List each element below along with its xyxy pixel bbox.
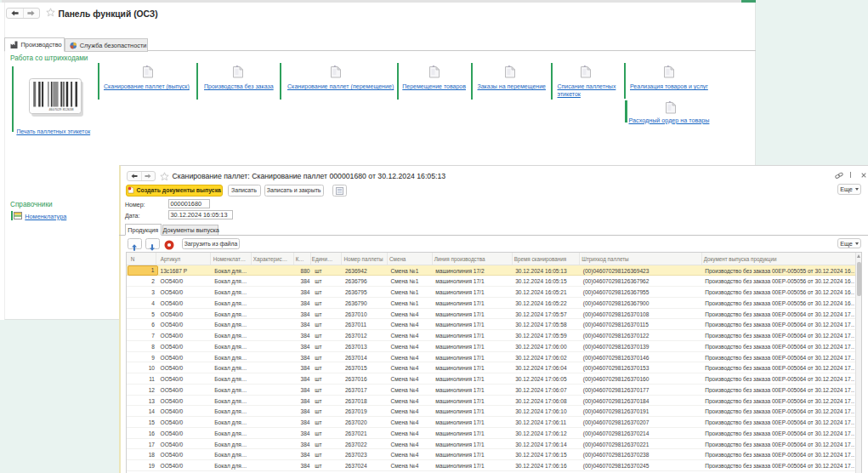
svg-text:4607029 812638: 4607029 812638 (48, 108, 73, 111)
